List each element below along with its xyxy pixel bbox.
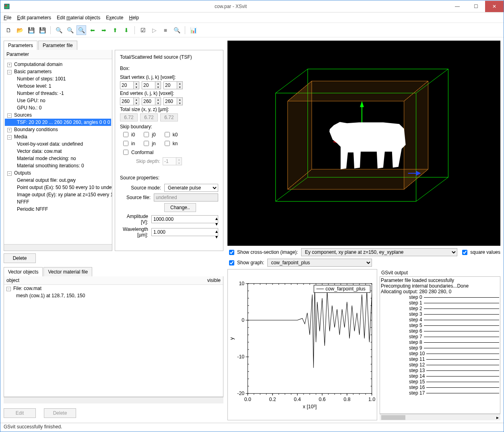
close-button[interactable]: ✕ [485,1,504,12]
tree-item-comp_domain[interactable]: +Computational domain [5,61,111,68]
toggle-icon[interactable]: − [7,113,12,118]
cross-section-select[interactable]: Ey component, xy plane at z=150, ey_xypl… [301,248,457,256]
tree-item-gpuno[interactable]: GPU No.: 0 [5,104,111,111]
skip-i0[interactable]: i0 [122,131,135,138]
toggle-icon[interactable]: − [7,70,12,74]
menu-edit-material[interactable]: Edit material objects [57,15,100,21]
svg-text:0.2: 0.2 [269,397,276,402]
show-graph-checkbox[interactable]: Show graph: [227,259,264,267]
skip-depth-label: Skip depth: [136,158,160,164]
tree-item-msi[interactable]: Material smoothing iterations: 0 [5,162,111,169]
tree-item-nsteps[interactable]: Number of steps: 1001 [5,75,111,82]
start-j-input[interactable]: ▴▾ [142,81,161,89]
end-k-input[interactable]: ▴▾ [163,97,183,105]
tree-item-genout[interactable]: General output file: out.gwy [5,177,111,184]
tree-item-nthreads[interactable]: Number of threads: -1 [5,90,111,97]
svg-text:10: 10 [239,281,244,286]
play-icon[interactable]: ▷ [149,25,159,35]
skip-jn[interactable]: jn [142,140,155,147]
arrow-down-icon[interactable]: ⬇ [122,25,131,35]
svg-marker-13 [360,101,364,107]
parameter-tree[interactable]: +Computational domain−Basic parametersNu… [4,59,112,244]
menu-execute[interactable]: Execute [106,15,123,21]
tab-vector-material-file[interactable]: Vector material file [43,267,92,276]
tree-item-verbose[interactable]: Verbose level: 1 [5,82,111,90]
vector-delete-button[interactable]: Delete [44,408,76,418]
log-line: Precomputing internal boundaries...Done [381,283,499,289]
svg-text:0.8: 0.8 [343,397,350,402]
zoom-fit-icon[interactable]: 🔍 [76,25,86,35]
save-as-icon[interactable]: 💾 [37,25,47,35]
zoom-in-icon[interactable]: 🔍 [54,25,64,35]
vector-scrollbar[interactable] [4,397,223,403]
arrow-right-icon[interactable]: ➡ [99,25,109,35]
end-j-input[interactable]: ▴▾ [142,97,161,105]
search-icon[interactable]: 🔍 [172,25,182,35]
tree-item-sources[interactable]: −Sources [5,111,111,119]
tree-item-pout[interactable]: Point output (Ex): 50 50 50 every 10 to … [5,184,111,191]
end-i-input[interactable]: ▴▾ [120,97,139,105]
tab-parameters[interactable]: Parameters [4,41,37,50]
log-step: step 17 [381,390,499,396]
vector-edit-button[interactable]: Edit [4,408,36,418]
toggle-icon[interactable]: + [7,63,12,67]
output-log[interactable]: Parameter file loaded successfullyPrecom… [380,276,500,414]
minimize-button[interactable]: — [448,1,467,12]
toggle-icon[interactable]: + [7,128,12,132]
menu-file[interactable]: File [4,15,11,21]
conformal-checkbox[interactable]: Conformal [122,148,218,156]
zoom-out-icon[interactable]: 🔍 [65,25,75,35]
skip-j0[interactable]: j0 [142,131,155,138]
gwyddion-icon[interactable]: 📊 [188,25,198,35]
change-button[interactable]: Change.. [164,203,196,212]
toolbar: 🗋 📂 💾 💾 🔍 🔍 🔍 ⬅ ➡ ⬆ ⬇ ☑ ▷ ■ 🔍 📊 [0,23,504,37]
tree-item-voxel[interactable]: Voxel-by-voxel data: undefined [5,140,111,148]
tree-scrollbar[interactable] [4,244,112,251]
source-mode-select[interactable]: Generate pulse [164,184,218,192]
check-icon[interactable]: ☑ [138,25,148,35]
3d-viewport[interactable] [227,41,500,246]
tree-item-vec[interactable]: Vector data: cow.mat [5,148,111,155]
arrow-up-icon[interactable]: ⬆ [110,25,120,35]
tree-item-bc[interactable]: +Boundary conditions [5,126,111,133]
tab-parameter-file[interactable]: Parameter file [38,41,77,50]
tree-item-mmc[interactable]: Material mode checking: no [5,155,111,162]
property-panel: Total/Scattered field source (TSF) Box: … [115,50,223,251]
start-i-input[interactable]: ▴▾ [120,81,139,89]
skip-in[interactable]: in [122,140,135,147]
vector-list[interactable]: objectvisible −File: cow.mat mesh (cow.1… [4,276,223,397]
tree-item-nfff[interactable]: NFFF [5,198,111,206]
menu-edit-parameters[interactable]: Edit parameters [17,15,51,21]
square-values-checkbox[interactable]: square values [461,249,500,256]
tree-item-tsf[interactable]: TSF: 20 20 20 ... 260 260 260, angles 0 … [5,119,111,126]
stop-icon[interactable]: ■ [161,25,170,35]
tree-item-basic[interactable]: −Basic parameters [5,68,111,75]
tree-item-gpu[interactable]: Use GPU: no [5,97,111,104]
skip-k0[interactable]: k0 [163,131,178,138]
new-icon[interactable]: 🗋 [4,25,13,35]
start-k-input[interactable]: ▴▾ [163,81,183,89]
tree-item-outputs[interactable]: −Outputs [5,169,111,177]
toggle-icon[interactable]: − [7,135,12,140]
arrow-left-icon[interactable]: ⬅ [88,25,97,35]
tree-item-pnfff[interactable]: Periodic NFFF [5,206,111,213]
amplitude-input[interactable]: ▴▾ [151,215,218,223]
tab-vector-objects[interactable]: Vector objects [4,267,43,276]
wavelength-input[interactable]: ▴▾ [151,228,218,236]
svg-text:cow_farpoint_plus: cow_farpoint_plus [326,286,366,292]
toggle-icon[interactable]: − [6,287,11,291]
save-icon[interactable]: 💾 [26,25,36,35]
log-step: step 16 [381,385,499,390]
skip-kn[interactable]: kn [163,140,178,147]
maximize-button[interactable]: ☐ [467,1,485,12]
graph-select[interactable]: cow_farpoint_plus [267,259,372,267]
tree-item-iout[interactable]: Image output (Ey): xy plane at z=150 eve… [5,191,111,198]
vector-mesh-item[interactable]: mesh (cow.1) at 128.7, 150, 150 [4,292,223,299]
tree-item-media[interactable]: −Media [5,133,111,140]
show-cross-section-checkbox[interactable]: Show cross-section (image): [227,249,298,256]
toggle-icon[interactable]: − [7,171,12,176]
delete-button[interactable]: Delete [4,253,36,263]
menu-help[interactable]: Help [129,15,139,21]
open-icon[interactable]: 📂 [15,25,25,35]
output-scrollbar[interactable]: ▸ [380,414,500,420]
